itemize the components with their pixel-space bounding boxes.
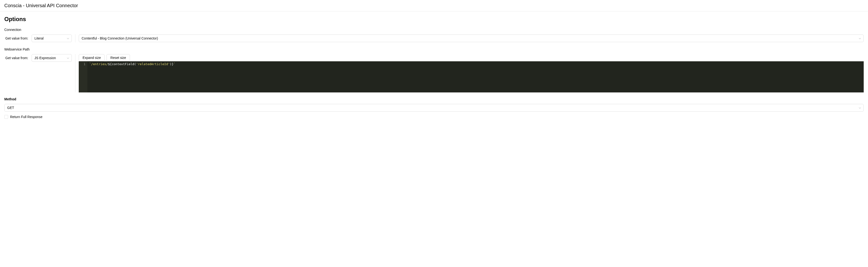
line-number: 1 — [81, 62, 86, 66]
chevron-down-icon — [859, 106, 861, 109]
content-area: Options Connection Get value from: Liter… — [0, 11, 868, 123]
return-full-response-row: Return Full Response — [4, 115, 864, 119]
method-value: GET — [7, 106, 14, 110]
chevron-down-icon — [859, 37, 861, 40]
code-gutter: 1 — [79, 61, 87, 92]
webservice-source-value: JS Expression — [34, 56, 56, 60]
code-token: contextField — [112, 62, 134, 66]
code-buttons: Expand size Reset size — [79, 54, 864, 61]
page-header: Conscia - Universal API Connector — [0, 0, 868, 11]
webservice-path-row: Get value from: JS Expression Expand siz… — [4, 54, 864, 92]
method-select[interactable]: GET — [4, 104, 864, 112]
return-full-response-checkbox[interactable] — [4, 115, 8, 119]
chevron-down-icon — [67, 57, 69, 59]
method-section: Method GET Return Full Response — [4, 97, 864, 119]
connection-value: Contentful - Blog Connection (Universal … — [82, 36, 158, 40]
connection-source-value: Literal — [34, 36, 43, 40]
method-label: Method — [4, 97, 864, 101]
connection-value-select[interactable]: Contentful - Blog Connection (Universal … — [79, 34, 864, 42]
code-token: ${ — [108, 62, 112, 66]
vertical-divider — [75, 54, 75, 92]
code-wrap: Expand size Reset size 1 `/entries/${con… — [75, 54, 864, 92]
connection-get-value-from-label: Get value from: — [4, 36, 28, 40]
code-section: Expand size Reset size 1 `/entries/${con… — [79, 54, 864, 92]
webservice-path-label: Webservice Path — [4, 48, 864, 51]
options-heading: Options — [4, 16, 864, 23]
webservice-left-col: Get value from: JS Expression — [4, 54, 72, 62]
connection-label: Connection — [4, 28, 864, 32]
page-title: Conscia - Universal API Connector — [4, 3, 864, 8]
connection-source-select[interactable]: Literal — [32, 34, 72, 42]
code-editor[interactable]: 1 `/entries/${contextField('relatedArtic… — [79, 61, 864, 92]
code-token: `/entries/ — [89, 62, 108, 66]
connection-row: Get value from: Literal Contentful - Blo… — [4, 34, 864, 42]
return-full-response-label: Return Full Response — [10, 115, 42, 119]
expand-size-button[interactable]: Expand size — [79, 54, 104, 61]
code-token: ` — [174, 62, 176, 66]
webservice-source-select[interactable]: JS Expression — [32, 54, 72, 62]
vertical-divider — [75, 34, 75, 42]
code-token: 'relatedArticleId' — [136, 62, 170, 66]
webservice-get-value-from-label: Get value from: — [4, 56, 28, 60]
code-content[interactable]: `/entries/${contextField('relatedArticle… — [87, 61, 864, 92]
code-token: ( — [134, 62, 136, 66]
reset-size-button[interactable]: Reset size — [106, 54, 130, 61]
chevron-down-icon — [67, 37, 69, 40]
